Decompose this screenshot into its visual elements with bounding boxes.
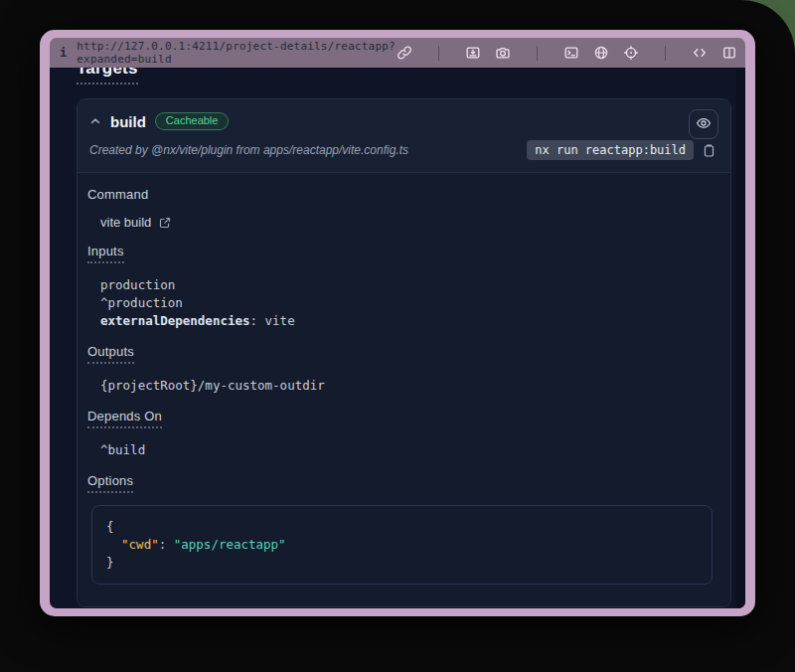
split-columns-icon[interactable] <box>721 45 737 61</box>
code-icon[interactable] <box>692 45 708 61</box>
json-line: "cwd": "apps/reactapp" <box>106 536 698 554</box>
input-key: externalDependencies <box>100 313 250 328</box>
browser-toolbar: i http://127.0.0.1:4211/project-details/… <box>50 38 745 68</box>
address-url[interactable]: http://127.0.0.1:4211/project-details/re… <box>77 40 397 66</box>
section-heading-inputs[interactable]: Inputs <box>87 244 124 263</box>
target-card-build: build Cacheable Created by @nx/vite/plug… <box>77 98 731 607</box>
eye-icon <box>696 115 712 134</box>
json-separator: : <box>159 537 174 552</box>
section-heading-outputs[interactable]: Outputs <box>87 344 134 364</box>
target-icon[interactable] <box>623 45 639 61</box>
terminal-icon[interactable] <box>563 45 579 61</box>
json-string-value: "apps/reactapp" <box>174 537 286 552</box>
build-card-body: Command vite build Inputs production ^pr… <box>78 172 730 606</box>
inbox-download-icon[interactable] <box>465 45 481 61</box>
scrollbar-gutter[interactable] <box>736 68 745 608</box>
info-icon: i <box>60 46 67 60</box>
copy-icon[interactable] <box>702 143 716 158</box>
created-by-text: Created by @nx/vite/plugin from apps/rea… <box>89 143 408 157</box>
targets-heading: Targets <box>77 68 138 84</box>
section-heading-options[interactable]: Options <box>87 473 133 493</box>
globe-icon[interactable] <box>593 45 609 61</box>
json-line: } <box>106 554 698 572</box>
toolbar-separator <box>537 46 538 61</box>
input-value: : vite <box>250 313 295 328</box>
link-icon[interactable] <box>397 45 412 61</box>
input-item: ^production <box>100 294 716 312</box>
section-heading-command: Command <box>87 187 716 202</box>
input-item: externalDependencies: vite <box>100 312 716 330</box>
view-graph-button[interactable] <box>689 109 718 139</box>
json-line: { <box>106 518 698 536</box>
camera-icon[interactable] <box>495 45 511 61</box>
command-value: vite build <box>100 215 151 230</box>
toolbar-icon-group <box>397 45 737 61</box>
chevron-up-icon[interactable] <box>89 115 101 127</box>
section-heading-depends-on[interactable]: Depends On <box>87 409 162 428</box>
options-json-block: { "cwd": "apps/reactapp" } <box>91 505 713 585</box>
external-link-icon[interactable] <box>158 216 172 230</box>
page-viewport: Targets build Cacheable <box>50 68 745 608</box>
run-command-chip: nx run reactapp:build <box>527 140 694 160</box>
build-card-header[interactable]: build Cacheable Created by @nx/vite/plug… <box>78 99 730 172</box>
toolbar-separator <box>665 46 666 61</box>
target-name-build: build <box>110 113 146 130</box>
input-item: production <box>100 276 716 294</box>
depends-on-item: ^build <box>100 441 716 459</box>
browser-window: i http://127.0.0.1:4211/project-details/… <box>40 30 755 616</box>
output-item: {projectRoot}/my-custom-outdir <box>100 377 716 395</box>
toolbar-separator <box>438 46 439 61</box>
json-key: "cwd" <box>121 537 159 552</box>
cacheable-badge: Cacheable <box>155 112 230 130</box>
